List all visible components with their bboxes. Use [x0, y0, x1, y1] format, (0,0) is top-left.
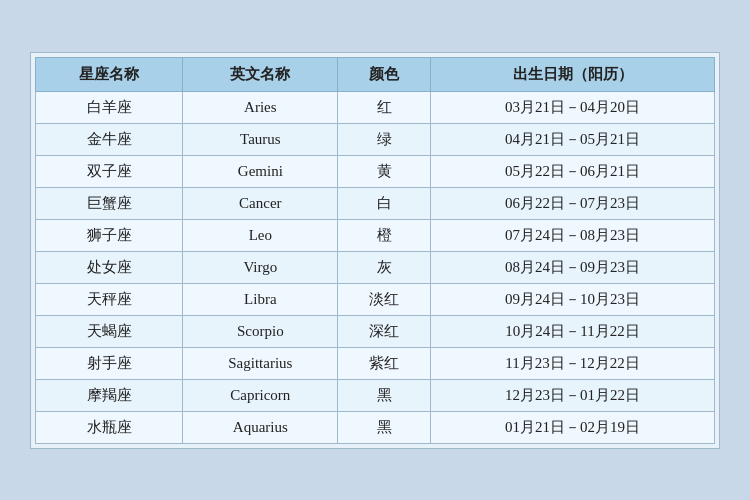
- cell-color-6: 淡红: [338, 283, 431, 315]
- table-row: 天蝎座Scorpio深红10月24日－11月22日: [36, 315, 715, 347]
- cell-color-2: 黄: [338, 155, 431, 187]
- cell-color-3: 白: [338, 187, 431, 219]
- cell-zh-1: 金牛座: [36, 123, 183, 155]
- table-row: 摩羯座Capricorn黑12月23日－01月22日: [36, 379, 715, 411]
- cell-zh-5: 处女座: [36, 251, 183, 283]
- cell-zh-10: 水瓶座: [36, 411, 183, 443]
- cell-en-4: Leo: [183, 219, 338, 251]
- cell-date-2: 05月22日－06月21日: [431, 155, 715, 187]
- cell-date-5: 08月24日－09月23日: [431, 251, 715, 283]
- cell-date-9: 12月23日－01月22日: [431, 379, 715, 411]
- cell-en-0: Aries: [183, 91, 338, 123]
- cell-zh-2: 双子座: [36, 155, 183, 187]
- cell-color-1: 绿: [338, 123, 431, 155]
- cell-date-8: 11月23日－12月22日: [431, 347, 715, 379]
- cell-date-0: 03月21日－04月20日: [431, 91, 715, 123]
- cell-en-2: Gemini: [183, 155, 338, 187]
- cell-zh-8: 射手座: [36, 347, 183, 379]
- cell-date-7: 10月24日－11月22日: [431, 315, 715, 347]
- cell-date-10: 01月21日－02月19日: [431, 411, 715, 443]
- table-row: 狮子座Leo橙07月24日－08月23日: [36, 219, 715, 251]
- table-row: 白羊座Aries红03月21日－04月20日: [36, 91, 715, 123]
- cell-zh-4: 狮子座: [36, 219, 183, 251]
- cell-color-5: 灰: [338, 251, 431, 283]
- cell-en-3: Cancer: [183, 187, 338, 219]
- table-row: 巨蟹座Cancer白06月22日－07月23日: [36, 187, 715, 219]
- cell-zh-6: 天秤座: [36, 283, 183, 315]
- table-row: 双子座Gemini黄05月22日－06月21日: [36, 155, 715, 187]
- table-row: 金牛座Taurus绿04月21日－05月21日: [36, 123, 715, 155]
- cell-date-4: 07月24日－08月23日: [431, 219, 715, 251]
- cell-color-8: 紫红: [338, 347, 431, 379]
- cell-color-0: 红: [338, 91, 431, 123]
- table-body: 白羊座Aries红03月21日－04月20日金牛座Taurus绿04月21日－0…: [36, 91, 715, 443]
- cell-zh-9: 摩羯座: [36, 379, 183, 411]
- header-date: 出生日期（阳历）: [431, 57, 715, 91]
- header-en-name: 英文名称: [183, 57, 338, 91]
- cell-color-4: 橙: [338, 219, 431, 251]
- cell-zh-7: 天蝎座: [36, 315, 183, 347]
- cell-zh-0: 白羊座: [36, 91, 183, 123]
- zodiac-table-container: 星座名称 英文名称 颜色 出生日期（阳历） 白羊座Aries红03月21日－04…: [30, 52, 720, 449]
- table-row: 处女座Virgo灰08月24日－09月23日: [36, 251, 715, 283]
- cell-color-7: 深红: [338, 315, 431, 347]
- table-row: 射手座Sagittarius紫红11月23日－12月22日: [36, 347, 715, 379]
- cell-color-10: 黑: [338, 411, 431, 443]
- header-color: 颜色: [338, 57, 431, 91]
- cell-en-1: Taurus: [183, 123, 338, 155]
- cell-date-3: 06月22日－07月23日: [431, 187, 715, 219]
- zodiac-table: 星座名称 英文名称 颜色 出生日期（阳历） 白羊座Aries红03月21日－04…: [35, 57, 715, 444]
- table-header-row: 星座名称 英文名称 颜色 出生日期（阳历）: [36, 57, 715, 91]
- table-row: 水瓶座Aquarius黑01月21日－02月19日: [36, 411, 715, 443]
- header-zh-name: 星座名称: [36, 57, 183, 91]
- cell-en-8: Sagittarius: [183, 347, 338, 379]
- cell-en-6: Libra: [183, 283, 338, 315]
- cell-en-10: Aquarius: [183, 411, 338, 443]
- table-row: 天秤座Libra淡红09月24日－10月23日: [36, 283, 715, 315]
- cell-en-9: Capricorn: [183, 379, 338, 411]
- cell-date-6: 09月24日－10月23日: [431, 283, 715, 315]
- cell-zh-3: 巨蟹座: [36, 187, 183, 219]
- cell-en-7: Scorpio: [183, 315, 338, 347]
- cell-color-9: 黑: [338, 379, 431, 411]
- cell-en-5: Virgo: [183, 251, 338, 283]
- cell-date-1: 04月21日－05月21日: [431, 123, 715, 155]
